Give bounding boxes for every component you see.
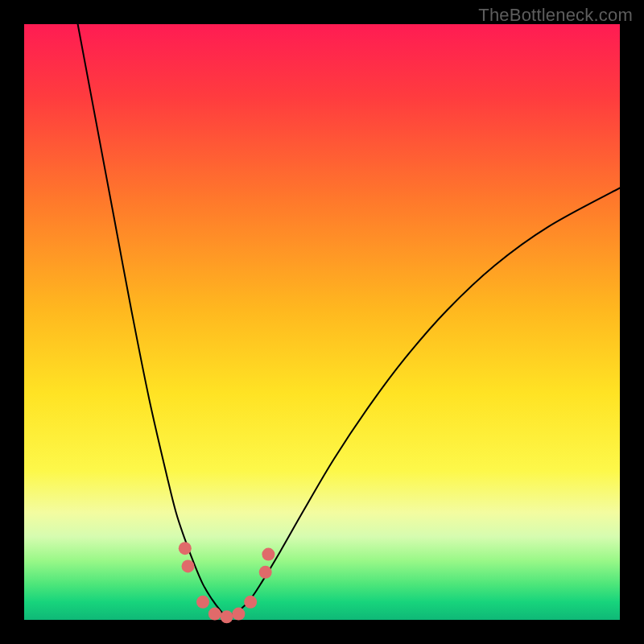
data-marker bbox=[179, 542, 192, 555]
watermark-text: TheBottleneck.com bbox=[478, 5, 633, 26]
data-marker bbox=[221, 610, 233, 623]
data-marker bbox=[182, 559, 195, 572]
curve-right-branch bbox=[227, 188, 620, 617]
data-marker bbox=[244, 596, 257, 609]
data-marker bbox=[259, 566, 272, 579]
data-marker bbox=[208, 608, 221, 621]
data-marker bbox=[262, 548, 275, 561]
chart-frame: TheBottleneck.com bbox=[0, 0, 644, 644]
curve-layer bbox=[24, 24, 620, 620]
curve-left-branch bbox=[78, 24, 227, 617]
plot-area bbox=[24, 24, 620, 620]
data-marker bbox=[232, 608, 245, 621]
data-marker bbox=[196, 596, 209, 609]
